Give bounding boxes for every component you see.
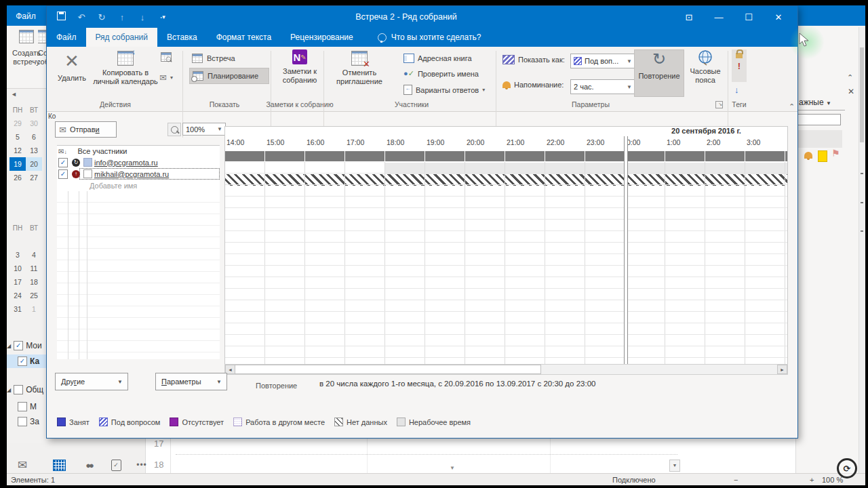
others-dropdown[interactable]: Другие ▼ [55,373,128,390]
tree-shared-calendars[interactable]: ◢ Общ [7,383,45,396]
attendee-checkbox-checked[interactable]: ✓ [58,169,68,179]
calendar-day[interactable]: 4 [26,248,42,262]
chevron-up-icon[interactable]: ⌃ [847,73,853,82]
calendar-prev-arrow[interactable]: ◄ [11,91,17,98]
calendar-day[interactable]: 30 [26,117,42,130]
checkbox-checked[interactable]: ✓ [18,357,27,366]
attendee-checkbox-checked[interactable]: ✓ [58,158,68,167]
cancel-invitation-button[interactable]: ✕ Отменить приглашение [330,49,389,96]
check-names-button[interactable]: ●✓ Проверить имена [403,69,479,78]
tasks-nav-icon[interactable]: ✓ [106,457,126,473]
background-file-tab[interactable]: Файл [7,7,45,26]
forward-button[interactable]: ✉ ▾ [159,73,173,83]
checkbox-unchecked[interactable] [14,385,23,394]
scroll-right-button[interactable]: ► [777,365,787,374]
attendees-header-row[interactable]: ✉↓ Все участники [57,145,220,157]
delete-button[interactable]: ✕ Удалить [54,49,90,96]
collapse-ribbon-icon[interactable]: ⌃ [789,102,795,111]
tab-meeting-series[interactable]: Ряд собраний [86,28,158,47]
ribbon-display-options-icon[interactable]: ⊡ [674,6,704,28]
expand-arrow-icon[interactable]: ◢ [7,343,11,349]
dialog-launcher-icon[interactable]: ↘ [715,101,723,108]
calendar-day[interactable]: 11 [26,262,42,275]
calendar-day[interactable]: 6 [26,130,42,144]
address-book-button[interactable]: Адресная книга [403,54,472,63]
open-calendar-icon[interactable] [161,52,172,62]
titlebar[interactable]: ↶ ↻ ↑ ↓ ⹀▾ Встреча 2 - Ряд собраний ⊡ — … [47,6,797,28]
close-pane-icon[interactable]: ✕ [848,87,854,96]
up-arrow-icon[interactable]: ↑ [116,12,128,22]
minimize-button[interactable]: — [704,6,734,28]
checkbox-unchecked[interactable] [18,417,27,426]
calendar-day[interactable]: 24 [9,289,26,302]
calendar-day[interactable] [9,235,26,248]
save-icon[interactable] [55,12,67,22]
attendee-row-1[interactable]: ✓ ↻ info@pcgramota.ru [57,157,220,168]
show-as-dropdown[interactable]: Под воп... ▼ [570,54,635,68]
calendar-day[interactable]: 10 [9,262,26,275]
calendar-nav-icon[interactable] [49,457,69,473]
calendar-day[interactable]: 20 [26,157,42,171]
calendar-day[interactable]: 12 [9,144,26,157]
zoom-search-button[interactable] [167,123,181,136]
todo-input[interactable] [797,114,841,125]
grid-zoom-dropdown[interactable]: 100% ▼ [182,123,226,136]
tree-my-calendars[interactable]: ◢ ✓ Мои [7,339,45,352]
expand-arrow-icon[interactable]: ◢ [7,387,11,393]
calendar-day[interactable] [26,235,42,248]
down-arrow-icon[interactable]: ↓ [136,12,149,22]
free-busy-grid[interactable]: 20 сентября 2016 г. 14:0015:0016:0017:00… [224,126,788,365]
calendar-day[interactable]: 31 [9,302,26,316]
todo-header[interactable]: ажные ▼ [799,98,831,107]
vertical-scrollbar[interactable] [859,27,865,473]
calendar-day[interactable]: 26 [9,171,26,184]
private-lock-icon[interactable] [736,53,743,58]
response-options-button[interactable]: ← Варианты ответов ▾ [403,85,485,95]
attendee-row-2-selected[interactable]: ✓ ↑ mikhail@pcgramota.ru [57,168,220,180]
appointment-view-button[interactable]: Встреча [189,51,256,66]
calendar-day[interactable]: 18 [26,275,42,289]
meeting-notes-button[interactable]: N✎ Заметки к собранию [277,49,322,96]
category-yellow-icon[interactable] [818,150,827,162]
attendee-email[interactable]: info@pcgramota.ru [94,159,158,167]
zoom-in-button[interactable]: + [810,476,814,484]
scheduling-view-button[interactable]: Планирование [189,68,269,84]
calendar-day[interactable]: 19 [9,157,26,171]
zoom-out-button[interactable]: − [734,476,738,484]
grid-row-attendee-2-no-data[interactable] [225,174,787,186]
checkbox-checked[interactable]: ✓ [14,341,23,350]
undo-icon[interactable]: ↶ [75,12,87,22]
recurrence-button[interactable]: ↻ Повторение [634,49,684,97]
calendar-day[interactable]: 25 [26,289,42,302]
chevron-down-icon[interactable]: ▼ [450,465,455,471]
reminder-dropdown[interactable]: 2 час. ▼ [570,79,635,94]
calendar-day[interactable]: 29 [9,117,26,130]
people-nav-icon[interactable]: ●● [79,457,99,473]
scrollbar-thumb[interactable] [235,365,541,374]
time-zones-button[interactable]: Часовые пояса [684,49,726,96]
tab-file[interactable]: Файл [47,28,86,47]
low-importance-icon[interactable]: ↓ [734,85,739,95]
copy-to-calendar-button[interactable]: ↓ Копировать в личный календарь [92,49,159,96]
flag-icon[interactable]: ⚑ [831,148,840,159]
calendar-day[interactable]: 27 [26,171,42,184]
calendar-day[interactable]: 17 [9,275,26,289]
scroll-down-button[interactable]: ▼ [669,460,680,472]
calendar-day[interactable]: 5 [9,130,26,144]
tab-insert[interactable]: Вставка [157,28,207,47]
customize-qat-icon[interactable]: ⹀▾ [157,14,169,21]
send-button[interactable]: ✉ Отправи [55,121,117,138]
options-dropdown[interactable]: Параметры ▼ [155,373,227,390]
tab-review[interactable]: Рецензирование [281,28,363,47]
checkbox-unchecked[interactable] [18,402,27,411]
calendar-day[interactable]: 3 [9,248,26,262]
close-button[interactable]: ✕ [764,6,793,28]
add-attendee-row[interactable]: Добавьте имя [57,180,220,191]
grid-row-attendee-1[interactable] [225,163,787,174]
more-nav-icon[interactable]: ••• [132,457,152,473]
scrollbar-thumb[interactable] [860,47,864,142]
high-importance-icon[interactable]: ! [738,61,741,71]
calendar-day[interactable]: 1 [26,302,42,316]
redo-icon[interactable]: ↻ [96,12,108,22]
grid-horizontal-scrollbar[interactable]: ◄ ► [224,364,788,375]
